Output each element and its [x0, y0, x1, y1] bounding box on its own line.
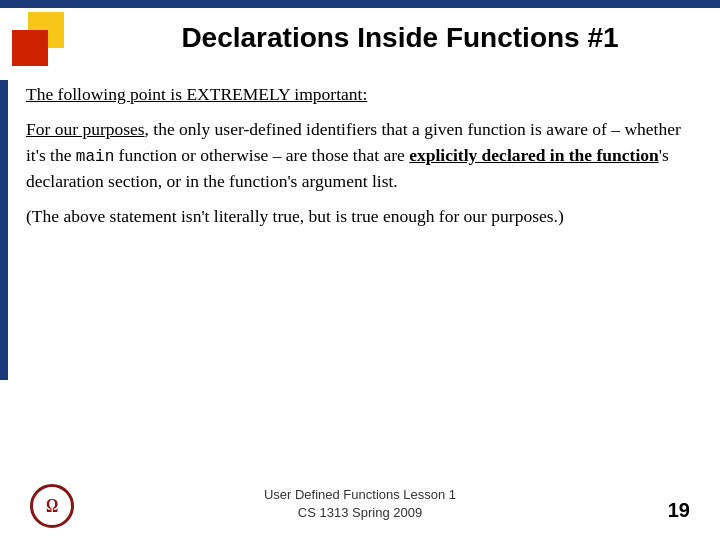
page-number: 19 [668, 499, 690, 522]
red-square [12, 30, 48, 66]
top-bar [0, 0, 720, 8]
footer-line2: CS 1313 Spring 2009 [264, 504, 456, 522]
important-line-block: The following point is EXTREMELY importa… [26, 82, 694, 107]
footer-text: User Defined Functions Lesson 1 CS 1313 … [264, 486, 456, 522]
explicit-declared: explicitly declared in the function [409, 145, 659, 165]
important-line: The following point is EXTREMELY importa… [26, 82, 694, 107]
footer: User Defined Functions Lesson 1 CS 1313 … [0, 486, 720, 522]
slide: Declarations Inside Functions #1 The fol… [0, 0, 720, 540]
deco-squares [12, 12, 72, 72]
paragraph-2: (The above statement isn't literally tru… [26, 204, 694, 229]
main-code: main [76, 148, 114, 166]
slide-title: Declarations Inside Functions #1 [100, 22, 700, 54]
footer-line1: User Defined Functions Lesson 1 [264, 486, 456, 504]
left-bar [0, 80, 8, 380]
paragraph-1: For our purposes, the only user-defined … [26, 117, 694, 194]
slide-content: The following point is EXTREMELY importa… [26, 82, 694, 230]
para1-rest2: function or otherwise – are those that a… [114, 145, 409, 165]
for-our-purposes: For our purposes [26, 119, 145, 139]
